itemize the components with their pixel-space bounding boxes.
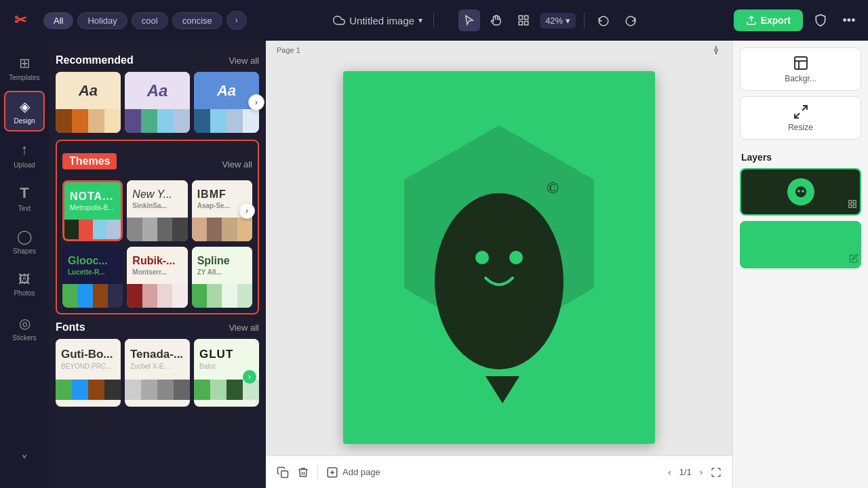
sidebar-item-upload[interactable]: ↑ Upload bbox=[4, 134, 45, 175]
themes-title: Themes bbox=[62, 153, 117, 169]
svg-rect-3 bbox=[519, 22, 522, 25]
sidebar-item-design[interactable]: ◈ Design bbox=[4, 91, 45, 131]
sidebar-photos-label: Photos bbox=[14, 289, 35, 297]
fonts-view-all[interactable]: View all bbox=[229, 323, 259, 333]
font-card-guti[interactable]: Guti-Bo... BEYOND PRC... bbox=[56, 339, 121, 407]
sidebar-expand-button[interactable]: ˅ bbox=[4, 441, 45, 481]
topbar-center: Untitled image ▾ 42% ▾ bbox=[252, 9, 723, 31]
canvas-content[interactable]: © bbox=[343, 71, 655, 444]
export-button[interactable]: Export bbox=[734, 9, 803, 31]
themes-view-all[interactable]: View all bbox=[222, 159, 252, 169]
tag-cool[interactable]: cool bbox=[132, 12, 168, 29]
svg-rect-18 bbox=[795, 57, 807, 69]
sidebar-item-text[interactable]: T Text bbox=[4, 178, 45, 218]
theme-card-rubik[interactable]: Rubik-... Montserr... bbox=[127, 247, 187, 308]
recommended-view-all[interactable]: View all bbox=[229, 56, 259, 66]
file-title: Untitled image bbox=[349, 15, 414, 26]
theme-card-newy[interactable]: New Y... SinkinSa... bbox=[127, 180, 187, 241]
logo[interactable]: ✂ bbox=[8, 8, 33, 33]
cloud-icon bbox=[333, 14, 345, 26]
sidebar-shapes-label: Shapes bbox=[13, 247, 36, 255]
svg-point-10 bbox=[475, 251, 489, 264]
recommended-next-button[interactable]: › bbox=[248, 94, 264, 110]
shield-icon bbox=[814, 14, 827, 27]
fonts-section: Fonts View all Guti-Bo... BEYOND PRC... bbox=[56, 321, 259, 407]
svg-point-9 bbox=[435, 193, 564, 369]
undo-button[interactable] bbox=[593, 9, 614, 31]
shapes-icon: ◯ bbox=[17, 228, 32, 245]
recommended-title: Recommended bbox=[56, 54, 134, 66]
background-label: Backgr... bbox=[785, 74, 816, 83]
file-chevron-icon[interactable]: ▾ bbox=[418, 16, 422, 25]
resize-button[interactable]: Resize bbox=[740, 96, 861, 140]
svg-rect-2 bbox=[525, 22, 528, 25]
font-next-icon[interactable]: › bbox=[243, 370, 256, 384]
layer-bg-edit bbox=[849, 253, 859, 266]
select-tool-button[interactable] bbox=[458, 9, 480, 31]
page-number: 1/1 bbox=[679, 467, 692, 477]
topbar: ✂ All Holiday cool concise › Untitled im… bbox=[0, 0, 868, 41]
sidebar-item-photos[interactable]: 🖼 Photos bbox=[4, 264, 45, 305]
font-card-glut[interactable]: GLUT Baloc › bbox=[194, 339, 259, 407]
font-name-guti: Guti-Bo... bbox=[61, 348, 113, 361]
svg-rect-23 bbox=[853, 201, 856, 203]
background-icon bbox=[793, 55, 809, 71]
prev-page-button[interactable]: ‹ bbox=[668, 467, 671, 477]
layer-item-character[interactable] bbox=[740, 168, 861, 216]
theme-card-glooc[interactable]: Glooc... Lucette-R... bbox=[62, 247, 123, 308]
canvas-wrapper: © bbox=[266, 60, 732, 455]
theme-card-spline[interactable]: Spline ZY All... bbox=[192, 247, 252, 308]
sidebar-item-stickers[interactable]: ◎ Stickers bbox=[4, 308, 45, 348]
undo-icon bbox=[597, 14, 610, 26]
font-sub-tenada: Zocbel X-E... bbox=[130, 363, 170, 370]
stickers-icon: ◎ bbox=[19, 315, 31, 331]
tag-more-button[interactable]: › bbox=[226, 11, 247, 30]
zoom-chevron-icon: ▾ bbox=[566, 16, 570, 26]
svg-point-6 bbox=[715, 47, 716, 47]
photos-icon: 🖼 bbox=[18, 272, 31, 287]
layout-tool-button[interactable] bbox=[513, 9, 534, 31]
bottom-divider bbox=[317, 466, 318, 479]
file-title-area[interactable]: Untitled image ▾ bbox=[333, 14, 422, 26]
sidebar-item-shapes[interactable]: ◯ Shapes bbox=[4, 221, 45, 262]
right-panel-tools: Backgr... Resize bbox=[733, 41, 868, 146]
page-label: Page 1 bbox=[277, 46, 300, 54]
font-name-tenada: Tenada-... bbox=[130, 348, 183, 361]
themes-next-button[interactable]: › bbox=[239, 203, 255, 219]
hand-tool-button[interactable] bbox=[486, 9, 507, 31]
canvas-options-icon[interactable] bbox=[711, 45, 722, 56]
sidebar-item-templates[interactable]: ⊞ Templates bbox=[4, 47, 45, 88]
layer-edit-icon bbox=[848, 199, 857, 211]
recommended-card-0[interactable]: Aa bbox=[56, 72, 121, 133]
fonts-grid: Guti-Bo... BEYOND PRC... Tenada-... Zocb… bbox=[56, 339, 259, 407]
add-page-button[interactable]: Add page bbox=[326, 466, 380, 479]
resize-icon bbox=[793, 104, 809, 120]
divider-2 bbox=[584, 12, 585, 28]
add-page-label: Add page bbox=[342, 467, 380, 477]
next-page-button[interactable]: › bbox=[700, 467, 703, 477]
recommended-card-1[interactable]: Aa bbox=[125, 72, 190, 133]
canvas-area: Page 1 © bbox=[266, 41, 732, 488]
svg-rect-22 bbox=[849, 201, 852, 203]
tag-concise[interactable]: concise bbox=[172, 12, 222, 29]
more-options-button[interactable]: ••• bbox=[838, 9, 860, 31]
font-sub-glut: Baloc bbox=[199, 363, 216, 370]
select-icon bbox=[463, 14, 475, 26]
sidebar-upload-label: Upload bbox=[14, 161, 35, 169]
duplicate-page-button[interactable] bbox=[277, 466, 289, 479]
shield-button[interactable] bbox=[810, 9, 831, 31]
font-card-tenada[interactable]: Tenada-... Zocbel X-E... bbox=[125, 339, 190, 407]
add-page-icon bbox=[326, 466, 338, 479]
background-button[interactable]: Backgr... bbox=[740, 47, 861, 91]
zoom-control[interactable]: 42% ▾ bbox=[540, 13, 576, 28]
fullscreen-button[interactable] bbox=[711, 467, 722, 478]
redo-button[interactable] bbox=[620, 9, 642, 31]
topbar-tools: 42% ▾ bbox=[458, 9, 642, 31]
theme-card-nota[interactable]: NOTA... Metropolis-B... bbox=[62, 180, 123, 241]
tag-all[interactable]: All bbox=[43, 12, 73, 29]
main-area: ⊞ Templates ◈ Design ↑ Upload T Text ◯ S… bbox=[0, 41, 868, 488]
layer-item-background[interactable] bbox=[740, 221, 861, 268]
fullscreen-icon bbox=[711, 467, 722, 478]
tag-holiday[interactable]: Holiday bbox=[77, 12, 127, 29]
delete-page-button[interactable] bbox=[297, 466, 309, 479]
